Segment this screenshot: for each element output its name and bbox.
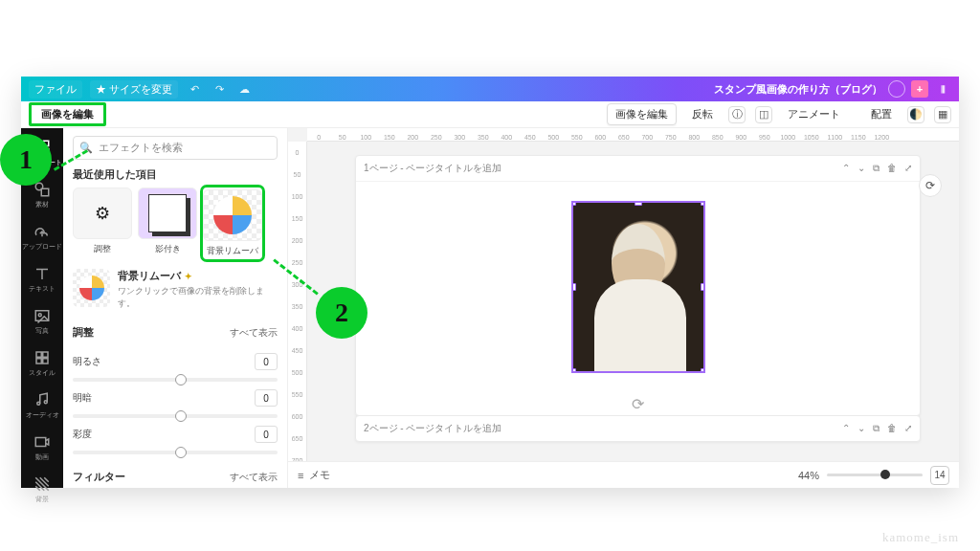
svg-rect-8 [36,352,41,357]
nav-label: 動画 [35,452,49,462]
duplicate-icon[interactable]: ⧉ [873,423,880,434]
expand-icon[interactable]: ⌄ [858,163,865,174]
slider-value[interactable]: 0 [255,426,278,443]
duplicate-icon[interactable]: ⧉ [873,163,880,174]
page-title[interactable]: 2ページ - ページタイトルを追加 [364,422,501,435]
slider-label: 彩度 [73,428,92,441]
resize-handle[interactable] [701,283,705,291]
nav-text[interactable]: テキスト [21,260,63,298]
nav-style[interactable]: スタイル [21,344,63,383]
insights-icon[interactable]: ⫴ [934,80,951,98]
avatar[interactable] [888,80,905,98]
recent-title: 最近使用した項目 [73,167,278,182]
resize-handle[interactable] [571,368,576,373]
notes-toggle[interactable]: ≡ メモ [298,468,330,482]
adjust-show-all[interactable]: すべて表示 [230,326,278,340]
page-2[interactable]: 2ページ - ページタイトルを追加 ⌃ ⌄ ⧉ 🗑 ⤢ [355,415,921,442]
resize-label: サイズを変更 [109,83,172,95]
watermark: kamome_ism [882,530,959,545]
page-body[interactable] [356,182,920,392]
page-1[interactable]: 1ページ - ページタイトルを追加 ⌃ ⌄ ⧉ 🗑 ⤢ [355,155,921,416]
page-title[interactable]: 1ページ - ページタイトルを追加 [364,162,501,175]
nav-label: アップロード [22,242,62,252]
search-input[interactable]: 🔍 エフェクトを検索 [73,136,278,160]
lock-icon[interactable]: ▦ [934,106,951,123]
file-menu[interactable]: ファイル [29,80,82,99]
nav-label: テキスト [29,284,56,294]
nav-upload[interactable]: アップロード [21,218,63,256]
bg-remover-promo[interactable]: 背景リムーバ✦ ワンクリックで画像の背景を削除します。 [73,269,278,310]
slider-value[interactable]: 0 [255,389,278,407]
thumb-label: 調整 [94,243,111,255]
svg-rect-9 [43,352,48,357]
page-header: 2ページ - ページタイトルを追加 ⌃ ⌄ ⧉ 🗑 ⤢ [356,416,920,441]
delete-icon[interactable]: 🗑 [887,423,897,434]
search-placeholder: エフェクトを検索 [99,141,183,155]
canvas-area[interactable]: 0501001502002503003504004505005506006507… [288,128,959,488]
slider-saturation: 彩度 0 [73,426,278,443]
resize-handle[interactable] [635,368,642,373]
info-icon[interactable]: ⓘ [728,106,746,123]
redo-icon[interactable]: ↷ [211,80,228,98]
page-count-button[interactable]: 14 [930,466,949,485]
nav-video[interactable]: 動画 [21,429,63,467]
filter-show-all[interactable]: すべて表示 [230,471,278,484]
reset-view-button[interactable]: ⟳ [919,174,942,197]
title-bar: ファイル ★ サイズを変更 ↶ ↷ ☁ スタンプ風画像の作り方（ブログ） + ⫴ [21,77,959,101]
crop-icon[interactable]: ◫ [755,106,772,123]
collapse-icon[interactable]: ⌃ [842,163,850,174]
slider-value[interactable]: 0 [255,353,278,370]
slider-knob[interactable] [175,447,187,458]
nav-audio[interactable]: オーディオ [21,386,63,425]
thumb-background-remover[interactable]: 背景リムーバ [203,187,262,259]
svg-rect-11 [43,359,48,364]
expand-icon[interactable]: ⌄ [858,423,865,434]
document-title[interactable]: スタンプ風画像の作り方（ブログ） [714,82,882,97]
promo-title: 背景リムーバ [118,270,181,281]
zoom-slider[interactable] [827,474,923,476]
thumb-adjust[interactable]: ⚙ 調整 [73,187,132,259]
notes-icon: ≡ [298,470,303,481]
resize-handle[interactable] [701,368,705,373]
nav-photo[interactable]: 写真 [21,302,63,341]
delete-icon[interactable]: 🗑 [887,163,897,174]
thumb-shadow[interactable]: 影付き [138,187,197,259]
nav-label: 素材 [35,200,49,209]
resize-handle[interactable] [635,201,642,206]
svg-rect-5 [41,188,49,196]
fullscreen-icon[interactable]: ⤢ [904,423,912,434]
ruler-vertical: 0501001502002503003504004505005506006507… [288,142,307,488]
sliders-icon: ⚙ [95,203,110,224]
saturation-track[interactable] [73,451,278,454]
edit-image-button[interactable]: 画像を編集 [607,103,677,125]
fullscreen-icon[interactable]: ⤢ [904,163,912,174]
share-button[interactable]: + [911,80,928,98]
zoom-value[interactable]: 44% [798,470,819,481]
resize-handle[interactable] [571,283,576,291]
resize-handle[interactable] [571,201,576,206]
brightness-track[interactable] [73,378,278,382]
adjust-title: 調整 [73,325,94,340]
contrast-track[interactable] [73,414,278,418]
nav-label: オーディオ [26,410,59,420]
svg-point-12 [37,402,40,405]
resize-menu[interactable]: ★ サイズを変更 [90,80,178,99]
selected-image[interactable] [571,201,705,373]
app-window: ファイル ★ サイズを変更 ↶ ↷ ☁ スタンプ風画像の作り方（ブログ） + ⫴… [21,77,959,488]
slider-knob[interactable] [175,374,187,386]
nav-background[interactable]: 背景 [21,471,63,509]
transparency-icon[interactable]: 🌓 [907,106,924,123]
arrange-button[interactable]: 配置 [865,104,898,124]
undo-icon[interactable]: ↶ [186,80,203,98]
collapse-icon[interactable]: ⌃ [842,423,850,434]
slider-contrast: 明暗 0 [73,389,278,407]
context-toolbar: 画像を編集 画像を編集 反転 ⓘ ◫ アニメート 配置 🌓 ▦ [21,101,959,128]
slider-knob[interactable] [175,410,187,422]
edit-image-highlight[interactable]: 画像を編集 [29,102,106,126]
flip-button[interactable]: 反転 [686,104,719,124]
resize-handle[interactable] [701,201,705,206]
svg-rect-14 [35,438,46,447]
effects-panel: 🔍 エフェクトを検索 最近使用した項目 ⚙ 調整 影付き 背景リムーバ [63,128,288,488]
animate-button[interactable]: アニメート [782,104,846,124]
zoom-knob[interactable] [880,470,890,479]
